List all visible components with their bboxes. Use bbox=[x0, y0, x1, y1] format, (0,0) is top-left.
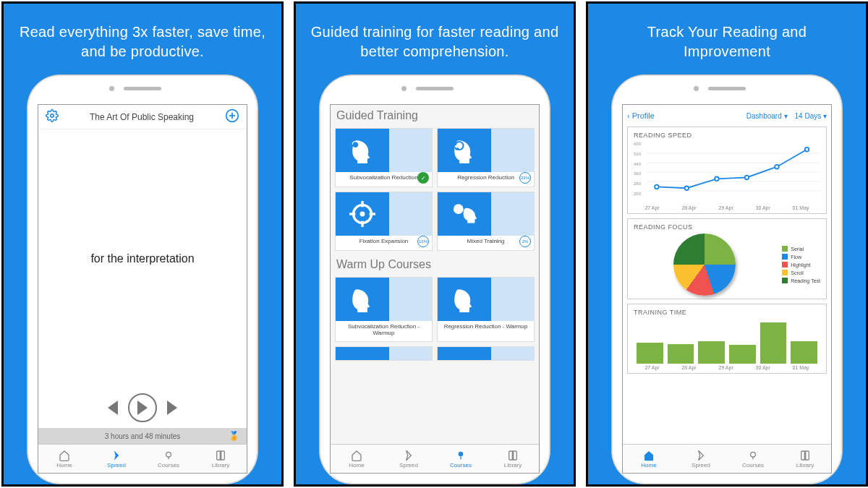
phone-frame: Guided Training Subvocalization Reductio… bbox=[319, 74, 550, 484]
tab-courses[interactable]: Courses bbox=[435, 445, 487, 473]
x-axis-labels: 27 Apr28 Apr29 Apr30 Apr01 May bbox=[634, 205, 820, 210]
head-audio-icon bbox=[336, 129, 389, 172]
promo-panel-1: Read everything 3x faster, save time, an… bbox=[1, 1, 284, 487]
head-audio-icon bbox=[336, 278, 389, 321]
promo-panel-2: Guided training for faster reading and b… bbox=[294, 1, 576, 487]
reader-screen: The Art Of Public Speaking for the inter… bbox=[38, 104, 247, 474]
dashboard-screen: ‹ Profile Dashboard ▾ 14 Days ▾ READING … bbox=[622, 104, 832, 474]
course-card[interactable]: Subvocalization Reduction ✓ bbox=[335, 128, 433, 187]
tab-home[interactable]: Home bbox=[331, 445, 383, 473]
progress-ring-icon: 2% bbox=[519, 236, 531, 247]
target-icon bbox=[336, 192, 389, 236]
tab-home[interactable]: Home bbox=[623, 445, 675, 473]
settings-icon[interactable] bbox=[46, 109, 59, 125]
guided-training-grid: Subvocalization Reduction ✓ Regression R… bbox=[331, 125, 539, 254]
svg-point-13 bbox=[459, 451, 464, 456]
course-card[interactable]: Fixation Expansion 12% bbox=[335, 192, 433, 251]
svg-rect-14 bbox=[460, 456, 461, 459]
svg-point-22 bbox=[715, 177, 719, 181]
add-icon[interactable] bbox=[225, 108, 239, 126]
panel-caption: Track Your Reading and Improvement bbox=[588, 4, 866, 69]
reader-header: The Art Of Public Speaking bbox=[38, 105, 247, 129]
check-icon: ✓ bbox=[417, 172, 429, 184]
forward-icon[interactable] bbox=[167, 401, 177, 415]
reading-speed-card: READING SPEED 600 520 440 360 280 200 bbox=[627, 127, 827, 214]
course-card[interactable]: Mixed Training 2% bbox=[437, 192, 535, 251]
pie-legend: Serial Flow Highlight Scroll Reading Tes… bbox=[782, 246, 820, 283]
course-card[interactable]: Regression Reduction 23% bbox=[437, 128, 535, 187]
time-remaining-label: 3 hours and 48 minutes bbox=[105, 432, 181, 440]
svg-point-7 bbox=[360, 212, 365, 217]
card-title: TRAINING TIME bbox=[634, 309, 820, 316]
panel-caption: Read everything 3x faster, save time, an… bbox=[4, 4, 281, 69]
course-name: Subvocalization Reduction - Warmup bbox=[336, 321, 432, 341]
reading-focus-card: READING FOCUS Serial Flow Highlight Scro… bbox=[627, 218, 827, 299]
section-guided-training: Guided Training bbox=[331, 105, 539, 125]
svg-point-26 bbox=[751, 452, 756, 457]
svg-point-0 bbox=[51, 114, 54, 117]
mixed-icon bbox=[438, 192, 491, 236]
x-axis-labels: 27 Apr28 Apr29 Apr30 Apr01 May bbox=[634, 365, 820, 370]
phone-frame: The Art Of Public Speaking for the inter… bbox=[27, 74, 258, 484]
head-regress-icon bbox=[438, 278, 491, 321]
dashboard-nav: ‹ Profile Dashboard ▾ 14 Days ▾ bbox=[623, 105, 831, 127]
svg-point-23 bbox=[745, 176, 749, 180]
courses-screen: Guided Training Subvocalization Reductio… bbox=[330, 104, 540, 474]
course-card[interactable] bbox=[335, 346, 433, 361]
rewind-icon[interactable] bbox=[108, 401, 118, 415]
playback-controls bbox=[38, 388, 247, 428]
card-title: READING SPEED bbox=[634, 132, 820, 139]
warmup-grid: Subvocalization Reduction - Warmup Regre… bbox=[331, 274, 539, 364]
svg-point-24 bbox=[775, 165, 779, 169]
head-regress-icon bbox=[438, 129, 491, 172]
svg-point-21 bbox=[685, 186, 689, 190]
progress-ring-icon: 12% bbox=[417, 236, 429, 247]
reader-title: The Art Of Public Speaking bbox=[90, 112, 194, 122]
range-dropdown[interactable]: 14 Days ▾ bbox=[795, 112, 827, 120]
badge-icon: 🏅 bbox=[229, 431, 239, 441]
tab-bar: Home Spreed Courses Library bbox=[38, 444, 247, 473]
play-button[interactable] bbox=[128, 393, 157, 422]
tab-bar: Home Spreed Courses Library bbox=[623, 444, 831, 473]
course-name: Regression Reduction - Warmup bbox=[438, 321, 534, 335]
training-time-bars bbox=[634, 319, 820, 364]
tab-spreed[interactable]: Spreed bbox=[675, 445, 727, 473]
svg-point-20 bbox=[655, 185, 659, 189]
training-time-card: TRAINING TIME 27 Apr28 Apr29 Apr30 Apr01… bbox=[627, 304, 827, 374]
reader-word: for the interpretation bbox=[38, 129, 247, 388]
svg-point-25 bbox=[805, 147, 809, 152]
tab-library[interactable]: Library bbox=[779, 445, 831, 473]
tab-library[interactable]: Library bbox=[487, 445, 539, 473]
tab-bar: Home Spreed Courses Library bbox=[331, 444, 539, 473]
tab-courses[interactable]: Courses bbox=[142, 445, 195, 473]
section-warmup: Warm Up Courses bbox=[331, 254, 539, 274]
back-button[interactable]: ‹ Profile bbox=[627, 111, 655, 120]
time-remaining: 3 hours and 48 minutes 🏅 bbox=[38, 428, 247, 444]
panel-caption: Guided training for faster reading and b… bbox=[296, 4, 574, 69]
phone-frame: ‹ Profile Dashboard ▾ 14 Days ▾ READING … bbox=[611, 74, 843, 484]
course-card[interactable]: Regression Reduction - Warmup bbox=[437, 277, 535, 342]
tab-home[interactable]: Home bbox=[38, 445, 90, 473]
tab-courses[interactable]: Courses bbox=[727, 445, 779, 473]
svg-point-4 bbox=[166, 452, 171, 457]
view-dropdown[interactable]: Dashboard ▾ bbox=[746, 112, 788, 120]
tab-spreed[interactable]: Spreed bbox=[383, 445, 435, 473]
play-icon bbox=[137, 401, 148, 415]
card-title: READING FOCUS bbox=[634, 223, 820, 231]
course-card[interactable]: Subvocalization Reduction - Warmup bbox=[335, 277, 433, 342]
reading-speed-chart: 600 520 440 360 280 200 bbox=[634, 142, 820, 204]
tab-spreed[interactable]: Spreed bbox=[90, 445, 142, 473]
tab-library[interactable]: Library bbox=[195, 445, 247, 473]
svg-point-12 bbox=[454, 204, 464, 214]
progress-ring-icon: 23% bbox=[519, 172, 531, 184]
reading-focus-pie bbox=[673, 234, 736, 296]
course-card[interactable] bbox=[437, 346, 535, 361]
promo-panel-3: Track Your Reading and Improvement ‹ Pro… bbox=[586, 1, 868, 487]
